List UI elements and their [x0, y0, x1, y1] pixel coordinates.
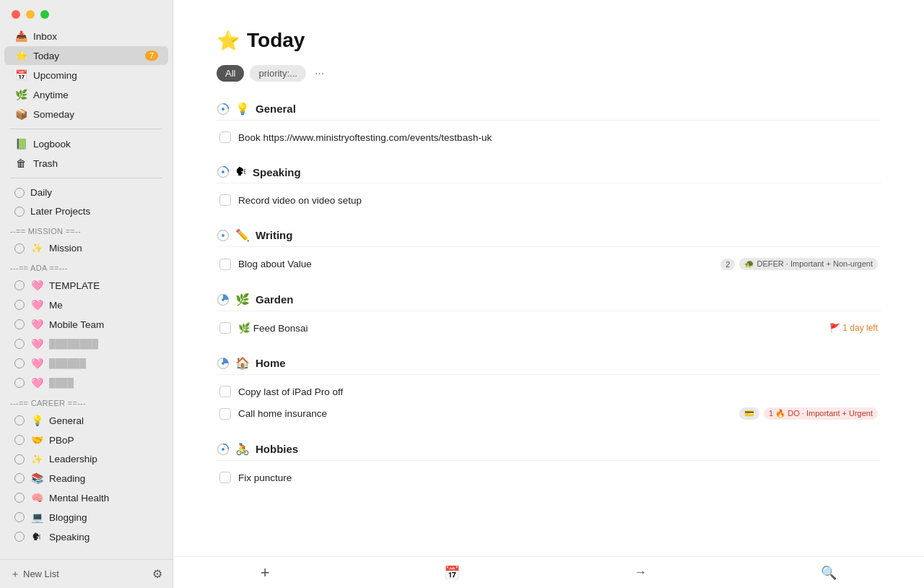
- sidebar-item-today[interactable]: ⭐ Today 7: [4, 46, 168, 65]
- sidebar-item-logbook[interactable]: 📗 Logbook: [4, 134, 168, 153]
- task-blog-value[interactable]: Blog about Value 2 🐢 DEFER · Important +…: [217, 253, 881, 275]
- filter-priority-button[interactable]: priority:...: [250, 65, 305, 82]
- sidebar-item-ada3[interactable]: 🩷 ████: [4, 373, 168, 392]
- filter-icon[interactable]: ⚙: [152, 567, 162, 581]
- calendar-button[interactable]: 📅: [430, 559, 474, 587]
- ada1-circle: [14, 339, 25, 349]
- sidebar-item-daily[interactable]: Daily: [4, 183, 168, 202]
- sidebar-item-mental-health[interactable]: 🧠 Mental Health: [4, 488, 168, 507]
- inbox-icon: 📥: [14, 30, 27, 42]
- reading-icon: 📚: [30, 472, 43, 484]
- sidebar-item-someday[interactable]: 📦 Someday: [4, 105, 168, 124]
- sidebar-item-later-projects-label: Later Projects: [30, 206, 90, 217]
- later-projects-circle: [14, 207, 25, 217]
- sidebar-item-mobile-team[interactable]: 🩷 Mobile Team: [4, 315, 168, 334]
- task-book-testbash[interactable]: Book https://www.ministryoftesting.com/e…: [217, 126, 881, 148]
- task-check-feed-bonsai[interactable]: [219, 322, 231, 334]
- pbop-icon: 🤝: [30, 434, 43, 446]
- sidebar-item-mission[interactable]: ✨ Mission: [4, 239, 168, 257]
- sidebar-item-me-label: Me: [49, 300, 63, 311]
- section-speaking-header: 🗣 Speaking: [217, 165, 881, 183]
- sidebar-item-mental-health-label: Mental Health: [49, 493, 109, 503]
- sidebar-item-inbox[interactable]: 📥 Inbox: [4, 27, 168, 46]
- logbook-icon: 📗: [14, 138, 27, 150]
- sidebar-item-blogging[interactable]: 💻 Blogging: [4, 508, 168, 527]
- writing-progress-icon: [217, 229, 230, 242]
- sidebar-item-speaking-label: Speaking: [49, 532, 90, 542]
- task-ipad-pro[interactable]: Copy last of iPad Pro off: [217, 381, 881, 402]
- forward-button[interactable]: →: [619, 559, 661, 586]
- sidebar-item-ada2[interactable]: 🩷 ██████: [4, 354, 168, 373]
- sidebar-item-template[interactable]: 🩷 TEMPLATE: [4, 276, 168, 295]
- ada2-icon: 🩷: [30, 358, 43, 369]
- sidebar-item-reading[interactable]: 📚 Reading: [4, 469, 168, 488]
- anytime-icon: 🌿: [14, 89, 27, 100]
- mission-header: --== MISSION ==--: [0, 222, 173, 237]
- sidebar-item-general[interactable]: 💡 General: [4, 411, 168, 430]
- writing-section-title: Writing: [256, 229, 292, 241]
- filter-all-button[interactable]: All: [217, 65, 244, 82]
- task-record-video[interactable]: Record video on video setup: [217, 189, 881, 211]
- search-button[interactable]: 🔍: [806, 559, 851, 587]
- section-hobbies: 🚴 Hobbies Fix puncture: [217, 442, 881, 488]
- new-list-button[interactable]: ＋ New List: [10, 568, 59, 581]
- section-writing-header: ✏️ Writing: [217, 228, 881, 247]
- ada3-icon: 🩷: [30, 377, 43, 389]
- garden-emoji: 🌿: [235, 293, 250, 306]
- sidebar-item-pbop[interactable]: 🤝 PBoP: [4, 431, 168, 449]
- sidebar-item-me[interactable]: 🩷 Me: [4, 295, 168, 314]
- ada3-circle: [14, 378, 25, 388]
- task-feed-bonsai[interactable]: 🌿 Feed Bonsai 🚩 1 day left: [217, 317, 881, 339]
- sidebar-item-mission-label: Mission: [49, 243, 82, 254]
- sidebar-item-blogging-label: Blogging: [49, 512, 87, 523]
- today-badge: 7: [145, 51, 158, 61]
- task-check-fix-puncture[interactable]: [219, 472, 231, 483]
- flag-icon: 🚩 1 day left: [829, 323, 878, 333]
- sidebar-footer: ＋ New List ⚙: [0, 559, 173, 588]
- main-nav: 📥 Inbox ⭐ Today 7 📅 Upcoming 🌿 Anytime 📦…: [0, 25, 173, 126]
- home-progress-icon: [217, 357, 230, 370]
- speaking-circle: [14, 532, 25, 542]
- sidebar-item-anytime[interactable]: 🌿 Anytime: [4, 85, 168, 104]
- maximize-button[interactable]: [40, 10, 49, 19]
- task-check-record-video[interactable]: [219, 194, 231, 206]
- sidebar-item-template-label: TEMPLATE: [49, 280, 100, 291]
- sidebar-item-pbop-label: PBoP: [49, 435, 74, 446]
- add-task-button[interactable]: +: [246, 558, 284, 588]
- task-check-ipad-pro[interactable]: [219, 386, 231, 397]
- task-meta-feed-bonsai: 🚩 1 day left: [829, 323, 878, 333]
- sidebar-item-later-projects[interactable]: Later Projects: [4, 202, 168, 220]
- sidebar-separator-1: [10, 129, 162, 129]
- sidebar-item-upcoming[interactable]: 📅 Upcoming: [4, 66, 168, 85]
- task-home-insurance[interactable]: Call home insurance 💳 1 🔥 DO · Important…: [217, 402, 881, 425]
- sidebar-item-ada1[interactable]: 🩷 ████████: [4, 334, 168, 353]
- sidebar-item-speaking[interactable]: 🗣 Speaking: [4, 527, 168, 546]
- minimize-button[interactable]: [26, 10, 35, 19]
- mission-circle: [14, 243, 25, 254]
- garden-section-title: Garden: [256, 293, 294, 306]
- sidebar-item-trash[interactable]: 🗑 Trash: [4, 154, 168, 173]
- section-home: 🏠 Home Copy last of iPad Pro off Call ho…: [217, 356, 881, 425]
- daily-circle: [14, 188, 25, 198]
- hobbies-emoji: 🚴: [235, 442, 250, 456]
- today-icon: ⭐: [14, 50, 27, 61]
- window-controls: [0, 0, 173, 25]
- speaking-icon: 🗣: [30, 531, 43, 542]
- sidebar-separator-2: [10, 178, 162, 178]
- main-content: ⭐ Today All priority:... ··· 💡 General B…: [173, 0, 924, 588]
- filter-more-button[interactable]: ···: [312, 67, 327, 80]
- speaking-progress-icon: [217, 165, 230, 178]
- task-check-home-insurance[interactable]: [219, 408, 231, 420]
- sidebar-item-leadership[interactable]: ✨ Leadership: [4, 450, 168, 468]
- task-check-blog-value[interactable]: [219, 259, 231, 270]
- task-check-book-testbash[interactable]: [219, 131, 231, 143]
- section-writing: ✏️ Writing Blog about Value 2 🐢 DEFER · …: [217, 228, 881, 275]
- mobile-team-circle: [14, 319, 25, 329]
- filter-bar: All priority:... ···: [217, 65, 881, 82]
- task-label-book-testbash: Book https://www.ministryoftesting.com/e…: [238, 132, 878, 143]
- blogging-icon: 💻: [30, 511, 43, 523]
- speaking-section-title: Speaking: [253, 166, 301, 178]
- svg-point-9: [222, 362, 225, 365]
- task-fix-puncture[interactable]: Fix puncture: [217, 467, 881, 488]
- close-button[interactable]: [12, 10, 20, 19]
